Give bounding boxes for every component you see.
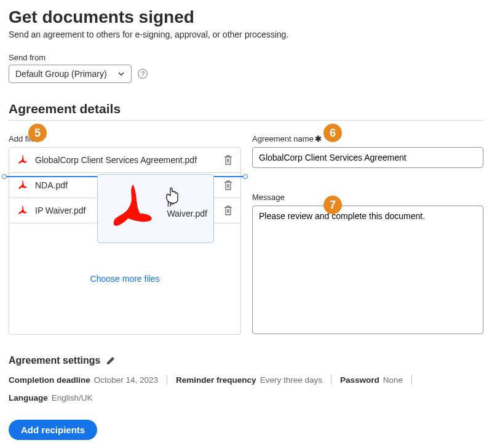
add-recipients-button[interactable]: Add recipients	[9, 420, 97, 440]
chevron-down-icon	[117, 70, 125, 78]
agreement-name-label: Agreement name✱	[252, 134, 483, 143]
pdf-icon	[17, 204, 29, 217]
callout-badge-7: 7	[323, 196, 342, 214]
trash-icon[interactable]	[223, 205, 233, 216]
divider	[167, 375, 167, 385]
page-subtitle: Send an agreement to others for e-signin…	[9, 30, 483, 39]
choose-more-files-link[interactable]: Choose more files	[90, 274, 160, 284]
settings-summary: Completion deadline October 14, 2023 Rem…	[9, 375, 483, 402]
language-setting: Language English/UK	[9, 393, 93, 402]
required-icon: ✱	[315, 134, 322, 143]
callout-badge-5: 5	[28, 124, 47, 142]
callout-badge-6: 6	[323, 124, 342, 142]
agreement-name-input[interactable]	[252, 147, 483, 168]
pdf-icon	[17, 154, 29, 166]
completion-deadline: Completion deadline October 14, 2023	[9, 375, 158, 385]
send-from-value: Default Group (Primary)	[15, 69, 107, 79]
password-setting: Password None	[340, 375, 403, 385]
pdf-icon	[104, 180, 162, 238]
message-textarea[interactable]: Please review and complete this document…	[252, 206, 483, 334]
agreement-settings-heading: Agreement settings	[9, 355, 100, 366]
page-title: Get documents signed	[9, 7, 483, 27]
trash-icon[interactable]	[223, 154, 233, 166]
send-from-select[interactable]: Default Group (Primary)	[9, 65, 132, 83]
divider	[411, 375, 412, 385]
send-from-label: Send from	[9, 53, 483, 62]
pointer-cursor-icon	[165, 187, 180, 204]
message-label: Message	[252, 193, 483, 202]
file-row[interactable]: GlobalCorp Client Services Agreement.pdf	[9, 148, 240, 173]
trash-icon[interactable]	[223, 180, 233, 191]
drag-ghost[interactable]: IP Waiver.pdf	[97, 174, 214, 243]
divider	[331, 375, 331, 385]
reminder-frequency: Reminder frequency Every three days	[176, 375, 322, 385]
file-name: GlobalCorp Client Services Agreement.pdf	[35, 155, 217, 165]
help-icon[interactable]: ?	[138, 69, 148, 79]
pdf-icon	[17, 179, 29, 191]
divider	[9, 120, 483, 121]
agreement-details-heading: Agreement details	[9, 102, 483, 116]
pencil-icon[interactable]	[106, 356, 115, 365]
